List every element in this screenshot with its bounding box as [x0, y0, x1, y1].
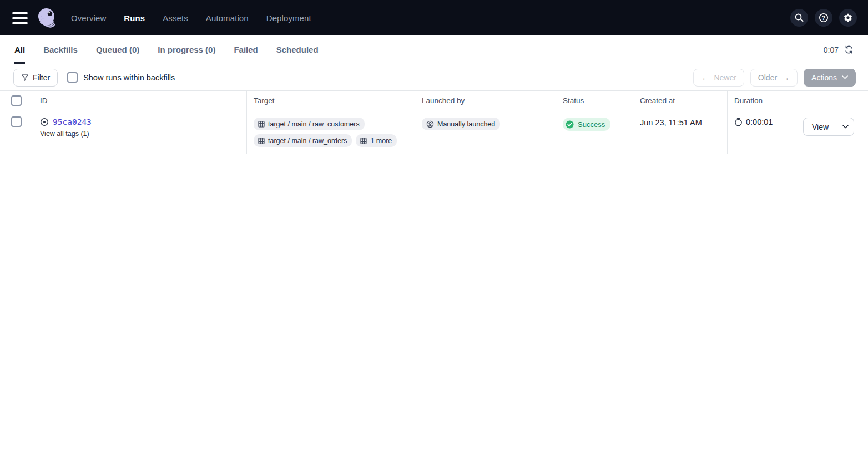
column-header-status: Status — [556, 91, 633, 110]
run-id-cell: 95ca0243 View all tags (1) — [33, 110, 247, 154]
table-grid-icon — [360, 138, 367, 144]
filter-button[interactable]: Filter — [13, 69, 58, 87]
arrow-right-icon: → — [781, 73, 790, 82]
tab-scheduled[interactable]: Scheduled — [276, 35, 319, 64]
view-split-button: View — [803, 118, 854, 136]
status-cell: Success — [556, 110, 633, 154]
row-checkbox[interactable] — [11, 116, 22, 127]
stopwatch-icon — [734, 118, 743, 126]
newer-button[interactable]: ← Newer — [693, 69, 744, 87]
run-row: 95ca0243 View all tags (1) target / main… — [0, 110, 868, 154]
column-header-id: ID — [33, 91, 247, 110]
help-button[interactable]: ? — [815, 9, 832, 27]
column-header-target: Target — [247, 91, 415, 110]
table-header-row: ID Target Launched by Status Created at … — [0, 90, 868, 110]
target-cell: target / main / raw_customers target / m… — [247, 110, 415, 154]
target-more-tag[interactable]: 1 more — [356, 134, 397, 147]
runs-tab-bar: All Backfills Queued (0) In progress (0)… — [0, 35, 868, 64]
settings-button[interactable] — [839, 9, 857, 27]
tab-all[interactable]: All — [14, 35, 25, 64]
run-status-dot-icon — [40, 118, 49, 126]
duration-cell: 0:00:01 — [728, 110, 795, 154]
refresh-countdown: 0:07 — [824, 45, 839, 54]
nav-item-assets[interactable]: Assets — [163, 13, 188, 23]
table-grid-icon — [258, 121, 265, 128]
row-actions-cell: View — [795, 110, 868, 154]
tab-failed[interactable]: Failed — [234, 35, 258, 64]
column-header-created-at: Created at — [633, 91, 728, 110]
nav-item-overview[interactable]: Overview — [71, 13, 106, 23]
tab-backfills[interactable]: Backfills — [43, 35, 78, 64]
column-header-actions — [795, 91, 868, 110]
svg-text:?: ? — [822, 15, 825, 21]
view-dropdown-button[interactable] — [837, 118, 854, 136]
search-button[interactable] — [790, 9, 808, 27]
top-navigation-bar: Overview Runs Assets Automation Deployme… — [0, 0, 868, 35]
funnel-icon — [21, 74, 29, 82]
select-all-checkbox[interactable] — [11, 95, 22, 106]
table-grid-icon — [258, 138, 265, 144]
target-tag[interactable]: target / main / raw_customers — [254, 118, 365, 130]
refresh-icon[interactable] — [844, 45, 854, 54]
run-id-link[interactable]: 95ca0243 — [53, 118, 92, 126]
hamburger-menu-icon[interactable] — [12, 12, 28, 24]
column-header-launched-by: Launched by — [415, 91, 556, 110]
primary-nav: Overview Runs Assets Automation Deployme… — [71, 13, 311, 23]
backfills-checkbox[interactable] — [67, 72, 78, 83]
chevron-down-icon — [842, 75, 848, 79]
chevron-down-icon — [842, 125, 849, 129]
backfills-checkbox-label: Show runs within backfills — [83, 73, 175, 82]
arrow-left-icon: ← — [701, 73, 709, 82]
status-badge: Success — [563, 118, 610, 131]
runs-table: ID Target Launched by Status Created at … — [0, 90, 868, 154]
nav-item-deployment[interactable]: Deployment — [266, 13, 311, 23]
nav-item-runs[interactable]: Runs — [124, 13, 145, 23]
help-icon: ? — [818, 12, 829, 23]
tab-in-progress[interactable]: In progress (0) — [158, 35, 215, 64]
success-check-icon — [565, 120, 574, 129]
tab-queued[interactable]: Queued (0) — [96, 35, 139, 64]
runs-toolbar: Filter Show runs within backfills ← Newe… — [0, 64, 868, 90]
older-button[interactable]: Older → — [750, 69, 798, 87]
show-backfills-toggle[interactable]: Show runs within backfills — [67, 72, 175, 83]
target-tag[interactable]: target / main / raw_orders — [254, 134, 352, 147]
launched-by-tag[interactable]: Manually launched — [422, 118, 500, 130]
column-header-duration: Duration — [728, 91, 795, 110]
actions-button[interactable]: Actions — [804, 69, 856, 87]
view-all-tags-link[interactable]: View all tags (1) — [40, 130, 240, 138]
gear-icon — [843, 13, 853, 23]
nav-item-automation[interactable]: Automation — [206, 13, 249, 23]
search-icon — [794, 13, 804, 23]
dagster-logo-icon[interactable] — [36, 7, 58, 29]
user-icon — [426, 120, 434, 128]
created-at-cell: Jun 23, 11:51 AM — [633, 110, 728, 154]
launched-by-cell: Manually launched — [415, 110, 556, 154]
view-button[interactable]: View — [803, 118, 837, 136]
